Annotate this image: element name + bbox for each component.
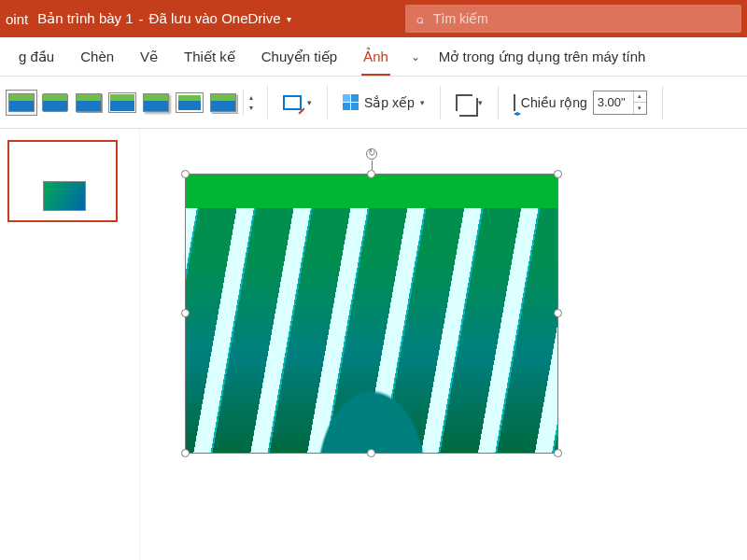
picture-style-gallery: ▴▾ (6, 90, 258, 116)
picture-style-more[interactable]: ▴▾ (243, 90, 258, 116)
width-input[interactable]: 3.00" ▴ ▾ (593, 91, 647, 115)
search-icon: ⌕ (416, 11, 424, 26)
divider (498, 86, 499, 119)
open-in-desktop-link[interactable]: Mở trong ứng dụng trên máy tính (439, 49, 646, 65)
ribbon-toolbar: ▴▾ ▾ Sắp xếp ▾ ▾ ◂▸ Chiều rộng 3.00" ▴ ▾ (0, 77, 747, 129)
picture-border-button[interactable]: ▾ (277, 91, 317, 114)
picture-style-3[interactable] (73, 90, 105, 116)
slide-thumb-image (43, 181, 86, 211)
chevron-down-icon: ▾ (307, 98, 312, 107)
width-group: ◂▸ Chiều rộng 3.00" ▴ ▾ (508, 87, 653, 119)
chevron-down-icon: ▾ (478, 98, 483, 107)
chevron-up-icon: ▴ (249, 93, 253, 102)
selected-image[interactable] (185, 174, 558, 454)
divider (327, 86, 328, 119)
file-separator: - (139, 11, 144, 27)
chevron-down-icon: ▾ (287, 14, 291, 24)
width-spinner[interactable]: ▴ ▾ (633, 91, 646, 114)
ribbon-tabs: g đầu Chèn Vẽ Thiết kế Chuyển tiếp Ảnh ⌄… (0, 37, 747, 77)
slide-thumb-1[interactable] (7, 140, 118, 222)
app-name-fragment: oint (0, 11, 37, 27)
file-name-dropdown[interactable]: Bản trình bày 1 - Đã lưu vào OneDrive ▾ (37, 10, 290, 27)
rotate-handle[interactable] (366, 148, 377, 160)
picture-border-icon (283, 95, 302, 110)
slide-canvas[interactable] (140, 129, 747, 560)
picture-style-4[interactable] (106, 90, 138, 116)
resize-handle-b[interactable] (367, 449, 375, 457)
arrange-icon (343, 94, 359, 110)
resize-handle-tr[interactable] (554, 170, 562, 178)
picture-style-5[interactable] (140, 90, 172, 116)
crop-button[interactable]: ▾ (450, 91, 488, 115)
tab-insert[interactable]: Chèn (67, 37, 127, 76)
waterfall-image (186, 175, 557, 453)
width-icon: ◂▸ (514, 95, 515, 110)
divider (440, 86, 441, 119)
picture-style-2[interactable] (39, 90, 71, 116)
spin-down[interactable]: ▾ (634, 103, 646, 114)
chevron-down-icon: ▾ (420, 98, 425, 107)
spin-up[interactable]: ▴ (634, 91, 646, 104)
width-value: 3.00" (598, 95, 626, 109)
picture-style-1[interactable] (6, 90, 37, 116)
tab-picture[interactable]: Ảnh (350, 37, 402, 76)
tab-design[interactable]: Thiết kế (171, 37, 248, 76)
tab-draw[interactable]: Vẽ (127, 37, 171, 76)
search-input[interactable] (433, 11, 730, 26)
slide-thumbnails-panel (0, 129, 140, 560)
search-box[interactable]: ⌕ (405, 5, 741, 33)
arrange-label: Sắp xếp (364, 95, 415, 110)
resize-handle-bl[interactable] (181, 449, 190, 457)
width-label: Chiều rộng (521, 95, 587, 110)
arrange-button[interactable]: Sắp xếp ▾ (337, 91, 430, 114)
title-bar: oint Bản trình bày 1 - Đã lưu vào OneDri… (0, 0, 747, 37)
save-status: Đã lưu vào OneDrive (149, 10, 281, 27)
resize-handle-br[interactable] (554, 449, 562, 457)
resize-handle-r[interactable] (554, 309, 562, 317)
more-tabs-chevron[interactable]: ⌄ (402, 50, 430, 63)
resize-handle-t[interactable] (367, 170, 375, 178)
chevron-down-icon: ▾ (249, 104, 253, 112)
divider (267, 86, 268, 119)
picture-style-7[interactable] (207, 90, 239, 116)
crop-icon (456, 94, 472, 111)
file-name: Bản trình bày 1 (37, 10, 133, 27)
resize-handle-l[interactable] (181, 309, 190, 317)
tab-home-fragment[interactable]: g đầu (6, 37, 67, 76)
divider (662, 86, 663, 119)
tab-transitions[interactable]: Chuyển tiếp (248, 37, 350, 76)
resize-handle-tl[interactable] (181, 170, 190, 178)
picture-style-6[interactable] (174, 90, 205, 116)
workspace (0, 129, 747, 560)
